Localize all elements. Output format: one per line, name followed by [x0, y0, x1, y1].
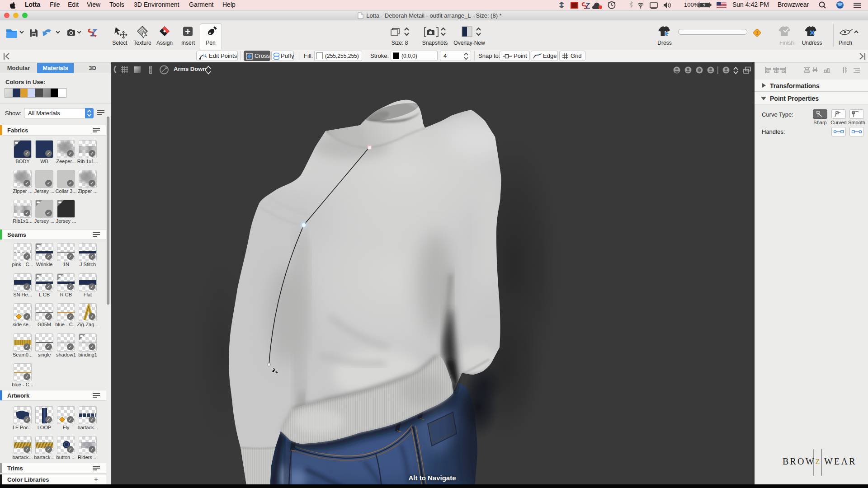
svg-text:!: !: [756, 30, 758, 36]
